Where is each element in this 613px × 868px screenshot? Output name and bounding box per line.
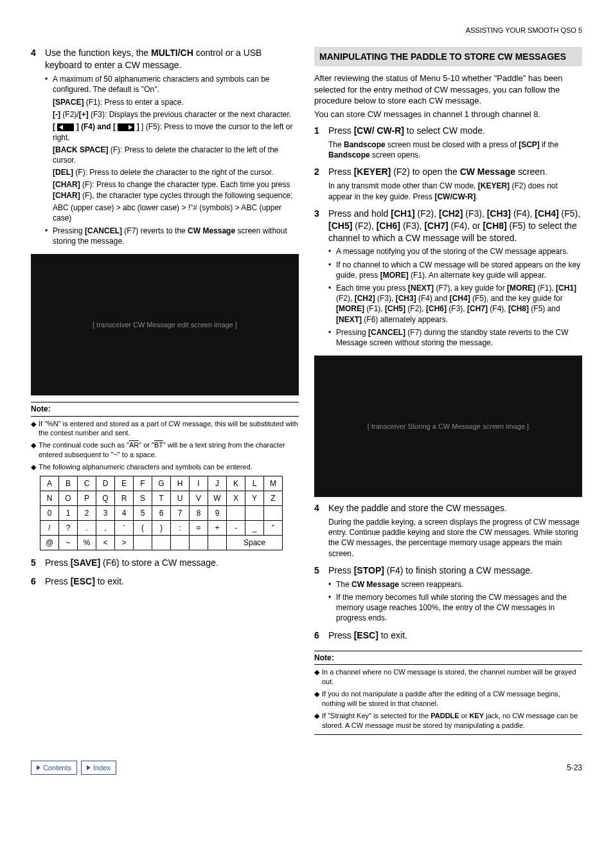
table-cell: 2 bbox=[78, 505, 96, 520]
key-desc: [BACK SPACE] (F): Press to delete the ch… bbox=[53, 145, 299, 165]
table-cell: C bbox=[78, 476, 96, 491]
table-cell: F bbox=[134, 476, 152, 491]
button-label: Index bbox=[93, 763, 111, 773]
key-desc: [DEL] (F): Press to delete the character… bbox=[53, 167, 299, 177]
step-6: 6 Press [ESC] to exit. bbox=[31, 575, 299, 590]
table-cell: P bbox=[78, 491, 96, 505]
table-cell: _ bbox=[245, 520, 264, 535]
table-cell bbox=[264, 505, 283, 520]
table-cell: 4 bbox=[115, 505, 134, 520]
table-cell: V bbox=[190, 491, 208, 505]
text: ABC (upper case) > abc (lower case) > !"… bbox=[53, 203, 299, 223]
contents-button[interactable]: Contents bbox=[31, 761, 77, 775]
table-cell: M bbox=[264, 476, 283, 491]
note-item: ◆The following alphanumeric characters a… bbox=[31, 462, 299, 472]
table-cell: H bbox=[171, 476, 190, 491]
step-number: 1 bbox=[314, 125, 328, 162]
text: MULTI/CH bbox=[151, 48, 193, 58]
table-cell: X bbox=[227, 491, 245, 505]
table-cell: O bbox=[59, 491, 78, 505]
step-number: 2 bbox=[314, 166, 328, 203]
table-cell bbox=[245, 505, 264, 520]
table-cell: ? bbox=[59, 520, 78, 535]
key-desc: [-] (F2)/[+] (F3): Displays the previous… bbox=[53, 109, 299, 120]
table-cell: ) bbox=[152, 520, 171, 535]
section-heading: MANIPULATING THE PADDLE TO STORE CW MESS… bbox=[314, 47, 582, 66]
character-table: ABCDEFGHIJKLMNOPQRSTUVWXYZ0123456789/?.,… bbox=[40, 476, 283, 550]
step-number: 4 bbox=[31, 47, 45, 249]
triangle-icon bbox=[37, 765, 40, 770]
page-header: ASSISTING YOUR SMOOTH QSO 5 bbox=[31, 26, 582, 35]
note-item: ◆If "Straight Key" is selected for the P… bbox=[314, 711, 582, 730]
table-cell bbox=[190, 535, 208, 550]
arrow-right-icon bbox=[118, 123, 134, 131]
table-cell: R bbox=[115, 491, 134, 505]
table-cell: Space bbox=[227, 535, 283, 550]
table-cell: Z bbox=[264, 491, 283, 505]
step-3: 3 Press and hold [CH1] (F2), [CH2] (F3),… bbox=[314, 208, 582, 350]
table-cell: ~ bbox=[59, 535, 78, 550]
note-heading: Note: bbox=[31, 402, 299, 416]
text: Use the function keys, the bbox=[45, 48, 151, 58]
step-6: 6 Press [ESC] to exit. bbox=[314, 629, 582, 644]
screenshot-cw-store: [ transceiver Storing a CW Message scree… bbox=[314, 356, 582, 497]
table-cell bbox=[227, 505, 245, 520]
triangle-icon bbox=[87, 765, 91, 770]
table-cell: 1 bbox=[59, 505, 78, 520]
step-number: 3 bbox=[314, 208, 328, 350]
step-4: 4 Key the paddle and store the CW messag… bbox=[314, 502, 582, 561]
note-item: ◆The continual code such as "AR" or "BT"… bbox=[31, 440, 299, 460]
step-number: 4 bbox=[314, 502, 328, 561]
index-button[interactable]: Index bbox=[81, 761, 116, 775]
step-number: 6 bbox=[31, 575, 45, 590]
table-cell: " bbox=[264, 520, 283, 535]
page-number: 5-23 bbox=[567, 763, 582, 773]
key-desc: [CHAR] (F): Press to change the characte… bbox=[53, 179, 299, 200]
step-heading: Use the function keys, the MULTI/CH cont… bbox=[45, 47, 299, 71]
step-number: 5 bbox=[31, 557, 45, 572]
table-cell: 9 bbox=[208, 505, 227, 520]
table-cell bbox=[152, 535, 171, 550]
table-cell: A bbox=[40, 476, 59, 491]
table-cell: < bbox=[96, 535, 115, 550]
table-cell: 5 bbox=[134, 505, 152, 520]
table-cell: ' bbox=[115, 520, 134, 535]
table-cell: T bbox=[152, 491, 171, 505]
key-desc: [ ] (F4) and [ ] ] (F5): Press to move t… bbox=[53, 122, 299, 142]
table-cell: Y bbox=[245, 491, 264, 505]
bullet: •A maximum of 50 alphanumeric characters… bbox=[45, 74, 299, 95]
table-cell: Q bbox=[96, 491, 115, 505]
table-cell: L bbox=[245, 476, 264, 491]
left-column: 4 Use the function keys, the MULTI/CH co… bbox=[31, 47, 299, 735]
table-cell: > bbox=[115, 535, 134, 550]
table-cell: - bbox=[227, 520, 245, 535]
table-cell: , bbox=[96, 520, 115, 535]
table-cell: / bbox=[40, 520, 59, 535]
table-cell: % bbox=[78, 535, 96, 550]
table-cell: D bbox=[96, 476, 115, 491]
key-desc: [SPACE] (F1): Press to enter a space. bbox=[53, 97, 299, 107]
step-1: 1 Press [CW/ CW-R] to select CW mode. Th… bbox=[314, 125, 582, 162]
table-cell: J bbox=[208, 476, 227, 491]
table-cell: 3 bbox=[96, 505, 115, 520]
step-2: 2 Press [KEYER] (F2) to open the CW Mess… bbox=[314, 166, 582, 203]
table-cell: I bbox=[190, 476, 208, 491]
table-cell: 6 bbox=[152, 505, 171, 520]
note-heading: Note: bbox=[314, 651, 582, 665]
screenshot-cw-edit: [ transceiver CW Message edit screen ima… bbox=[31, 254, 299, 395]
table-cell: 7 bbox=[171, 505, 190, 520]
table-cell: U bbox=[171, 491, 190, 505]
bullet: •Pressing [CANCEL] (F7) reverts to the C… bbox=[45, 226, 299, 246]
step-4: 4 Use the function keys, the MULTI/CH co… bbox=[31, 47, 299, 249]
table-cell: N bbox=[40, 491, 59, 505]
right-column: MANIPULATING THE PADDLE TO STORE CW MESS… bbox=[314, 47, 582, 735]
step-number: 5 bbox=[314, 565, 328, 626]
table-cell: + bbox=[208, 520, 227, 535]
table-cell: @ bbox=[40, 535, 59, 550]
table-cell: K bbox=[227, 476, 245, 491]
note-item: ◆In a channel where no CW message is sto… bbox=[314, 667, 582, 687]
intro-text: You can store CW messages in channel 1 t… bbox=[314, 109, 582, 120]
page-footer: Contents Index 5-23 bbox=[31, 761, 582, 775]
table-cell bbox=[171, 535, 190, 550]
table-cell: ( bbox=[134, 520, 152, 535]
